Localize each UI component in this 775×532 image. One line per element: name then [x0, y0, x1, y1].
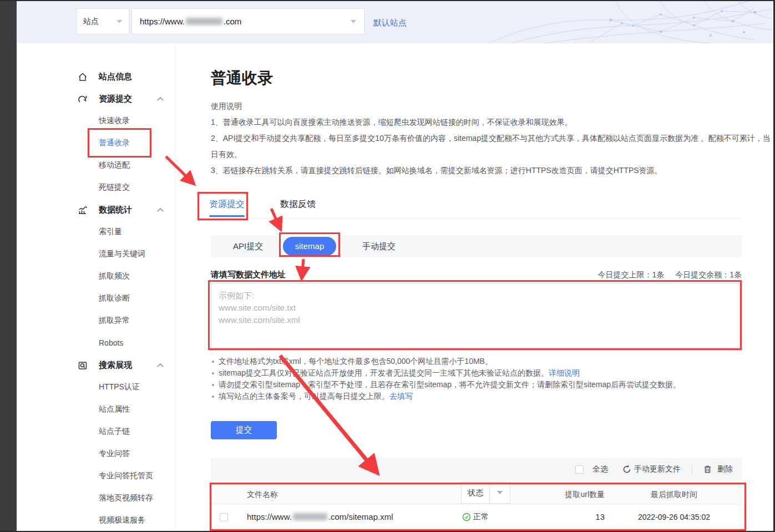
refresh-icon — [622, 465, 631, 474]
row-checkbox[interactable] — [220, 513, 228, 521]
col-header-last-fetch: 最后抓取时间 — [630, 485, 718, 504]
default-site-link[interactable]: 默认站点 — [373, 18, 407, 28]
sidebar-item-traffic-keywords[interactable]: 流量与关键词 — [17, 243, 175, 265]
annotation-arrow-3 — [302, 259, 303, 277]
quota-balance: 今日提交余额：1条 — [675, 270, 742, 279]
sidebar-item-landing-video[interactable]: 落地页视频转存 — [17, 487, 175, 509]
usage-line: 2、API提交和手动提交共享配额，每日至多提交10万条有价值的内容，sitema… — [211, 130, 773, 163]
subtab-manual[interactable]: 手动提交 — [362, 235, 396, 257]
quota-limit: 今日提交上限：1条 — [598, 270, 665, 279]
app-window: 站点 https://www..com 默认站点 站点信息 资源提交 快速收录 … — [0, 0, 775, 532]
trash-icon — [703, 465, 712, 474]
chevron-up-icon — [156, 97, 164, 102]
site-type-select[interactable]: 站点 — [76, 8, 129, 34]
note-item: 文件地址格式为txt或xml，每个地址文件最多包含50,000个网址且需小于10… — [211, 356, 766, 367]
sidebar-item-crawl-frequency[interactable]: 抓取频次 — [17, 265, 175, 287]
sidebar-item-professional-qa[interactable]: 专业问答 — [17, 443, 175, 465]
blurred-domain — [186, 18, 222, 25]
sidebar: 站点信息 资源提交 快速收录 普通收录 移动适配 死链提交 数据统计 索引量 流… — [17, 43, 176, 531]
sidebar-item-mobile-adapt[interactable]: 移动适配 — [17, 154, 175, 176]
stats-icon — [78, 205, 88, 215]
subtab-api[interactable]: API提交 — [233, 235, 263, 257]
sitemap-url-input[interactable] — [211, 283, 740, 348]
globe-network-graphic — [478, 1, 772, 43]
home-icon — [78, 72, 88, 82]
file-address-label: 请填写数据文件地址 — [211, 270, 286, 280]
sidebar-group-search-display[interactable]: 搜索展现 — [17, 354, 175, 376]
resource-submit-icon — [78, 94, 88, 104]
sidebar-item-dead-link[interactable]: 死链提交 — [17, 176, 175, 199]
note-item: 请勿提交索引型sitemap，索引型不予处理，且若存在索引型sitemap，将不… — [211, 379, 766, 391]
submit-button[interactable]: 提交 — [211, 421, 277, 439]
sidebar-item-crawl-errors[interactable]: 抓取异常 — [17, 310, 175, 332]
toolbar-divider — [692, 464, 692, 474]
usage-heading: 使用说明 — [211, 98, 773, 114]
manual-update-button[interactable]: 手动更新文件 — [622, 464, 681, 474]
row-last-fetch: 2022-09-26 04:35:02 — [630, 504, 718, 530]
sidebar-group-resource-submit[interactable]: 资源提交 — [17, 88, 175, 110]
usage-line: 3、若链接存在跳转关系，请直接提交跳转后链接。如网站换域名，需提交新域名资源；进… — [211, 163, 773, 179]
tab-resource-submit[interactable]: 资源提交 — [209, 199, 245, 210]
sidebar-group-data-stats[interactable]: 数据统计 — [17, 199, 175, 221]
table-row: https://www..com/sitemap.xml 正常 13 2022-… — [211, 504, 742, 530]
tab-bar: 资源提交 数据反馈 — [209, 195, 742, 219]
sidebar-item-normal-include[interactable]: 普通收录 — [17, 132, 175, 154]
top-banner: 站点 https://www..com 默认站点 — [17, 1, 773, 43]
usage-line: 1、普通收录工具可以向百度搜索主动推送资源，缩短爬虫发现网站链接的时间，不保证收… — [211, 114, 773, 130]
note-item: sitemap提交工具仅对已验证站点开放使用，开发者无法提交同一主域下其他未验证… — [211, 367, 766, 379]
detail-doc-link[interactable]: 详细说明 — [549, 368, 580, 377]
check-circle-icon — [462, 513, 471, 521]
chevron-down-icon — [351, 20, 356, 23]
sidebar-item-site-attributes[interactable]: 站点属性 — [17, 398, 175, 420]
sidebar-item-video-fast-service[interactable]: 视频极速服务 — [17, 509, 175, 531]
sidebar-item-qa-hosting[interactable]: 专业问答托管页 — [17, 465, 175, 487]
delete-button[interactable]: 删除 — [703, 464, 733, 474]
status-filter-dropdown[interactable]: 状态 — [461, 482, 510, 504]
sidebar-item-index-volume[interactable]: 索引量 — [17, 221, 175, 243]
blurred-domain — [293, 513, 327, 520]
table-toolbar: 全选 手动更新文件 删除 — [211, 458, 742, 480]
sitemap-table: 文件名称 提取url数量 最后抓取时间 状态 https://www..com/… — [211, 485, 742, 531]
col-header-filename: 文件名称 — [247, 485, 278, 504]
table-header-row: 文件名称 提取url数量 最后抓取时间 状态 — [211, 485, 742, 504]
row-filename: https://www..com/sitemap.xml — [247, 504, 393, 530]
search-display-icon — [78, 361, 88, 371]
sidebar-item-fast-include[interactable]: 快速收录 — [17, 110, 175, 132]
tab-data-feedback[interactable]: 数据反馈 — [280, 199, 316, 210]
go-fill-link[interactable]: 去填写 — [389, 392, 413, 401]
sidebar-item-site-sublinks[interactable]: 站点子链 — [17, 420, 175, 443]
submission-notes: 文件地址格式为txt或xml，每个地址文件最多包含50,000个网址且需小于10… — [211, 356, 766, 402]
col-header-url-count: 提取url数量 — [538, 485, 605, 504]
site-url-value: https://www..com — [140, 17, 241, 26]
chevron-down-icon — [116, 20, 122, 23]
chevron-down-icon — [489, 482, 510, 503]
subtab-sitemap[interactable]: sitemap — [283, 237, 336, 256]
chevron-up-icon — [156, 363, 164, 368]
site-url-select[interactable]: https://www..com — [131, 8, 364, 34]
select-all-button[interactable]: 全选 — [592, 464, 608, 474]
page-title: 普通收录 — [211, 68, 273, 89]
quota-info: 今日提交上限：1条 今日提交余额：1条 — [555, 270, 742, 280]
col-header-status: 状态 — [462, 482, 489, 503]
row-status: 正常 — [462, 504, 489, 530]
active-tab-underline — [209, 215, 245, 217]
site-type-label: 站点 — [83, 17, 99, 27]
sidebar-item-robots[interactable]: Robots — [17, 332, 175, 354]
note-item: 填写站点的主体备案号，可以提高每日提交上限。去填写 — [211, 391, 766, 402]
window-edge-left — [0, 0, 17, 532]
chevron-up-icon — [156, 207, 164, 212]
sidebar-item-https-cert[interactable]: HTTPS认证 — [17, 376, 175, 398]
row-url-count: 13 — [538, 504, 605, 530]
select-all-checkbox[interactable] — [575, 465, 584, 474]
sidebar-item-crawl-diagnosis[interactable]: 抓取诊断 — [17, 287, 175, 310]
sidebar-item-site-info[interactable]: 站点信息 — [17, 65, 175, 88]
usage-instructions: 使用说明 1、普通收录工具可以向百度搜索主动推送资源，缩短爬虫发现网站链接的时间… — [211, 98, 773, 179]
subtab-bar: API提交 sitemap 手动提交 — [211, 235, 742, 257]
